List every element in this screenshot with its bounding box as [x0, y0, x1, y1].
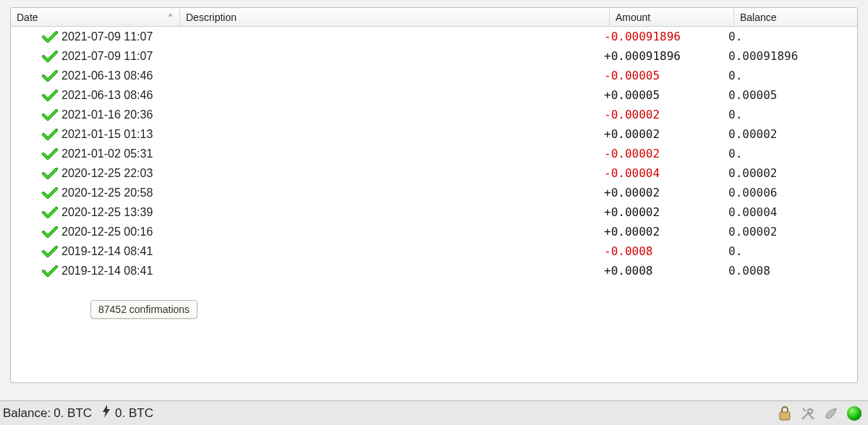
column-header-description-label: Description: [186, 12, 237, 23]
transaction-amount: +0.00002: [604, 222, 728, 241]
confirmed-check-icon: [41, 129, 59, 140]
transaction-amount: -0.00005: [604, 66, 728, 85]
table-row[interactable]: 2021-01-16 20:36-0.000020.: [11, 105, 857, 124]
seed-icon[interactable]: [822, 404, 841, 423]
table-row[interactable]: 2021-01-15 01:13+0.000020.00002: [11, 124, 857, 144]
column-header-row: Date ^ Description Amount Balance: [11, 8, 857, 27]
transaction-balance: 0.: [728, 144, 851, 163]
transaction-amount: +0.0008: [604, 261, 728, 280]
transaction-amount: +0.00091896: [604, 46, 728, 66]
transaction-date: 2019-12-14 08:41: [59, 241, 179, 261]
transaction-date: 2020-12-25 13:39: [59, 202, 179, 222]
confirmed-check-icon: [41, 246, 59, 257]
transaction-amount: -0.00091896: [604, 27, 728, 46]
tools-icon[interactable]: [799, 404, 817, 423]
confirmed-check-icon: [41, 70, 59, 82]
transaction-amount: +0.00002: [604, 183, 728, 202]
table-row[interactable]: 2020-12-25 20:58+0.000020.00006: [11, 183, 857, 202]
confirmed-check-icon: [41, 90, 59, 101]
confirmed-check-icon: [41, 51, 59, 62]
transaction-balance: 0.00004: [728, 202, 851, 222]
table-row[interactable]: 2021-06-13 08:46-0.000050.: [11, 66, 857, 85]
confirmations-tooltip-text: 87452 confirmations: [98, 304, 190, 315]
transaction-balance: 0.: [728, 105, 851, 124]
transaction-balance: 0.00091896: [728, 46, 851, 66]
transaction-date: 2020-12-25 20:58: [59, 183, 179, 202]
lightning-balance-value: 0. BTC: [115, 406, 153, 421]
column-header-amount[interactable]: Amount: [610, 8, 734, 26]
svg-point-1: [808, 409, 812, 413]
column-header-date-label: Date: [17, 12, 38, 23]
transaction-amount: +0.00002: [604, 124, 728, 144]
table-row[interactable]: 2019-12-14 08:41-0.00080.: [11, 241, 857, 261]
transaction-amount: -0.00002: [604, 105, 728, 124]
transaction-amount: -0.00004: [604, 163, 728, 183]
confirmed-check-icon: [41, 265, 59, 277]
sort-indicator-icon: ^: [169, 13, 172, 21]
transaction-date: 2021-01-15 01:13: [59, 124, 179, 144]
column-header-description[interactable]: Description: [180, 8, 610, 26]
lock-icon[interactable]: [775, 404, 794, 423]
confirmed-check-icon: [41, 207, 59, 218]
svg-rect-0: [780, 412, 790, 420]
transaction-date: 2019-12-14 08:41: [59, 261, 179, 280]
transaction-amount: -0.00002: [604, 144, 728, 163]
transaction-balance: 0.00006: [728, 183, 851, 202]
table-row[interactable]: 2020-12-25 00:16+0.000020.00002: [11, 222, 857, 241]
balance-value: 0. BTC: [54, 406, 92, 421]
history-panel: Date ^ Description Amount Balance 2021-0…: [10, 7, 858, 383]
transaction-date: 2021-07-09 11:07: [59, 46, 179, 66]
lightning-icon: [102, 405, 111, 421]
transaction-balance: 0.: [728, 27, 851, 46]
column-header-amount-label: Amount: [616, 12, 650, 23]
confirmed-check-icon: [41, 31, 59, 43]
column-header-date[interactable]: Date ^: [11, 8, 180, 26]
confirmed-check-icon: [41, 168, 59, 179]
transaction-balance: 0.00005: [728, 85, 851, 105]
confirmed-check-icon: [41, 109, 59, 121]
transaction-amount: +0.00005: [604, 85, 728, 105]
transaction-date: 2021-06-13 08:46: [59, 85, 179, 105]
transaction-date: 2021-01-02 05:31: [59, 144, 179, 163]
transaction-balance: 0.: [728, 66, 851, 85]
transaction-balance: 0.: [728, 241, 851, 261]
transaction-balance: 0.0008: [728, 261, 851, 280]
transaction-balance: 0.00002: [728, 124, 851, 144]
transaction-date: 2021-07-09 11:07: [59, 27, 179, 46]
transaction-rows: 2021-07-09 11:07-0.000918960.2021-07-09 …: [11, 27, 857, 280]
transaction-date: 2020-12-25 22:03: [59, 163, 179, 183]
table-row[interactable]: 2021-07-09 11:07-0.000918960.: [11, 27, 857, 46]
statusbar: Balance: 0. BTC 0. BTC: [0, 400, 868, 425]
column-header-balance[interactable]: Balance: [734, 8, 857, 26]
transaction-amount: +0.00002: [604, 202, 728, 222]
balance-label: Balance:: [3, 406, 51, 421]
table-row[interactable]: 2020-12-25 13:39+0.000020.00004: [11, 202, 857, 222]
table-row[interactable]: 2019-12-14 08:41+0.00080.0008: [11, 261, 857, 280]
transaction-balance: 0.00002: [728, 163, 851, 183]
transaction-date: 2020-12-25 00:16: [59, 222, 179, 241]
network-status-icon[interactable]: [845, 404, 864, 423]
transaction-date: 2021-01-16 20:36: [59, 105, 179, 124]
confirmed-check-icon: [41, 187, 59, 199]
table-row[interactable]: 2021-01-02 05:31-0.000020.: [11, 144, 857, 163]
transaction-amount: -0.0008: [604, 241, 728, 261]
column-header-balance-label: Balance: [740, 12, 777, 23]
table-row[interactable]: 2020-12-25 22:03-0.000040.00002: [11, 163, 857, 183]
table-row[interactable]: 2021-07-09 11:07+0.000918960.00091896: [11, 46, 857, 66]
confirmed-check-icon: [41, 148, 59, 160]
transaction-balance: 0.00002: [728, 222, 851, 241]
confirmed-check-icon: [41, 226, 59, 238]
transaction-date: 2021-06-13 08:46: [59, 66, 179, 85]
confirmations-tooltip: 87452 confirmations: [90, 300, 197, 319]
table-row[interactable]: 2021-06-13 08:46+0.000050.00005: [11, 85, 857, 105]
